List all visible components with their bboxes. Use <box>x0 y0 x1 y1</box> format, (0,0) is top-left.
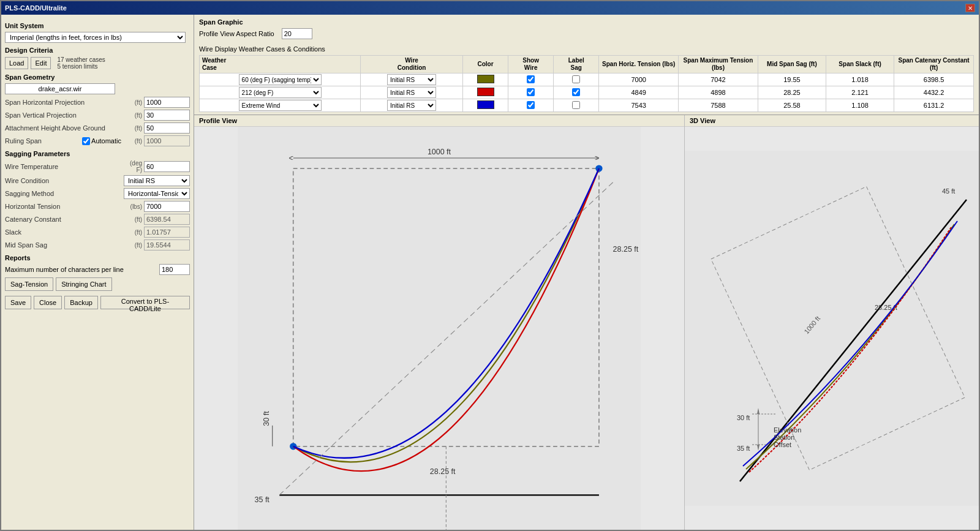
threed-view-svg: 45 ft 1000 ft 28.25 ft <box>685 127 979 530</box>
attach-height-label: Attachment Height Above Ground <box>5 124 125 132</box>
edit-button[interactable]: Edit <box>31 57 51 69</box>
span-horiz-label: Span Horizontal Projection <box>5 99 125 106</box>
span-vert-input[interactable] <box>144 110 190 121</box>
sagging-method-select[interactable]: Horizontal-Tension <box>124 188 190 199</box>
catenary-const-unit: (ft) <box>125 216 142 223</box>
load-button[interactable]: Load <box>5 57 28 69</box>
unit-system-select[interactable]: Imperial (lengths in feet, forces in lbs… <box>5 32 186 43</box>
attach-height-input[interactable] <box>144 122 190 134</box>
threed-view-title: 3D View <box>685 115 979 127</box>
show-wire-checkbox-0[interactable] <box>527 75 535 83</box>
close-button[interactable]: Close <box>34 296 62 309</box>
main-window: PLS-CADD/Ultralite ✕ Unit System Imperia… <box>0 0 980 531</box>
wire-temp-label: Wire Temperature <box>5 163 125 170</box>
sagging-params-label: Sagging Parameters <box>5 150 190 157</box>
threed-view-content[interactable]: 45 ft 1000 ft 28.25 ft <box>685 127 979 530</box>
th-weather-case: WeatherCase <box>200 56 361 73</box>
th-span-slack: Span Slack (ft) <box>826 56 894 73</box>
cell-span_slack-1: 2.121 <box>826 86 894 99</box>
title-bar: PLS-CADD/Ultralite ✕ <box>1 1 979 15</box>
wire-condition-label: Wire Condition <box>5 177 124 184</box>
color-swatch-0 <box>477 75 494 83</box>
profile-view-content[interactable]: 1000 ft 30 ft 28.25 ft 35 ft <box>194 127 684 530</box>
th-span-max-tension: Span Maximum Tension (lbs) <box>679 56 758 73</box>
wire-condition-select[interactable]: Initial RS <box>124 175 190 186</box>
svg-text:35 ft: 35 ft <box>255 495 270 504</box>
backup-button[interactable]: Backup <box>64 296 98 309</box>
cell-span_catenary-0: 6398.5 <box>894 73 974 86</box>
ruling-span-label: Ruling Span <box>5 137 82 145</box>
sag-tension-button[interactable]: Sag-Tension <box>5 277 53 291</box>
table-row: 212 (deg F)Initial RS4849489828.252.1214… <box>200 86 974 99</box>
cell-span_horiz_tension-0: 7000 <box>599 73 679 86</box>
right-panel: Span Graphic Profile View Aspect Ratio W… <box>194 15 979 530</box>
ruling-span-auto-label: Automatic <box>91 137 121 145</box>
design-info-line1: 17 weather cases <box>57 56 105 63</box>
ruling-span-input <box>144 135 190 146</box>
label-sag-checkbox-0[interactable] <box>572 75 580 83</box>
cell-span_catenary-2: 6131.2 <box>894 99 974 112</box>
cell-span_horiz_tension-2: 7543 <box>599 99 679 112</box>
wire-condition-select-1[interactable]: Initial RS <box>387 87 436 98</box>
profile-view-svg: 1000 ft 30 ft 28.25 ft 35 ft <box>194 127 684 530</box>
show-wire-checkbox-2[interactable] <box>527 101 535 109</box>
close-window-button[interactable]: ✕ <box>965 4 975 12</box>
cell-mid_span_sag-1: 28.25 <box>758 86 826 99</box>
horiz-tension-input[interactable] <box>144 201 190 212</box>
design-info-line2: 5 tension limits <box>57 63 105 70</box>
span-graphic-title: Span Graphic <box>199 18 974 26</box>
weather-case-select-2[interactable]: Extreme Wind <box>239 100 322 111</box>
label-sag-checkbox-2[interactable] <box>572 101 580 109</box>
svg-text:30 ft: 30 ft <box>737 414 750 421</box>
wire-table-section: Wire Display Weather Cases & Conditions … <box>194 45 979 115</box>
span-horiz-input[interactable] <box>144 97 190 108</box>
sagging-method-label: Sagging Method <box>5 190 124 197</box>
cell-span_max_tension-2: 7588 <box>679 99 758 112</box>
th-wire-condition: WireCondition <box>361 56 463 73</box>
show-wire-checkbox-1[interactable] <box>527 88 535 96</box>
wire-condition-select-0[interactable]: Initial RS <box>387 74 436 85</box>
svg-text:35 ft: 35 ft <box>737 445 750 452</box>
th-mid-span-sag: Mid Span Sag (ft) <box>758 56 826 73</box>
design-criteria-label: Design Criteria <box>5 47 190 54</box>
profile-view-title: Profile View <box>194 115 684 127</box>
color-swatch-2 <box>477 100 494 109</box>
horiz-tension-label: Horizontal Tension <box>5 203 125 210</box>
ruling-span-unit: (ft) <box>125 138 142 145</box>
slack-unit: (ft) <box>125 229 142 236</box>
weather-case-select-1[interactable]: 212 (deg F) <box>239 87 322 98</box>
label-sag-checkbox-1[interactable] <box>572 88 580 96</box>
weather-case-select-0[interactable]: 60 (deg F) (sagging temp) <box>239 74 322 85</box>
wire-properties-button[interactable]: drake_acsr.wir <box>5 83 115 94</box>
profile-view-input[interactable] <box>282 28 312 39</box>
table-row: Extreme WindInitial RS7543758825.581.108… <box>200 99 974 112</box>
slack-input <box>144 227 190 238</box>
svg-text:1000 ft: 1000 ft <box>428 148 451 156</box>
ruling-span-auto-checkbox[interactable] <box>82 137 90 145</box>
svg-text:30 ft: 30 ft <box>262 411 271 426</box>
wire-temp-unit: (deg F) <box>125 160 142 173</box>
main-content: Unit System Imperial (lengths in feet, f… <box>1 15 979 530</box>
threed-view-panel: 3D View 45 ft <box>685 115 979 530</box>
cell-span_catenary-1: 4432.2 <box>894 86 974 99</box>
wire-temp-input[interactable] <box>144 161 190 172</box>
cell-span_max_tension-0: 7042 <box>679 73 758 86</box>
window-title: PLS-CADD/Ultralite <box>5 4 67 12</box>
th-color: Color <box>462 56 508 73</box>
stringing-chart-button[interactable]: Stringing Chart <box>56 277 111 291</box>
save-button[interactable]: Save <box>5 296 31 309</box>
span-vert-label: Span Vertical Projection <box>5 111 125 119</box>
slack-label: Slack <box>5 228 125 236</box>
max-chars-input[interactable] <box>159 264 190 275</box>
span-horiz-unit: (ft) <box>125 99 142 106</box>
cell-span_slack-0: 1.018 <box>826 73 894 86</box>
max-chars-label: Maximum number of characters per line <box>5 266 159 273</box>
svg-text:28.25 ft: 28.25 ft <box>430 467 456 476</box>
mid-span-sag-unit: (ft) <box>125 242 142 249</box>
svg-text:45 ft: 45 ft <box>942 187 955 195</box>
cell-mid_span_sag-2: 25.58 <box>758 99 826 112</box>
svg-text:Station: Station <box>774 434 794 441</box>
convert-button[interactable]: Convert to PLS-CADD/Lite <box>100 296 190 309</box>
wire-condition-select-2[interactable]: Initial RS <box>387 100 436 111</box>
svg-text:Offset: Offset <box>774 441 791 448</box>
